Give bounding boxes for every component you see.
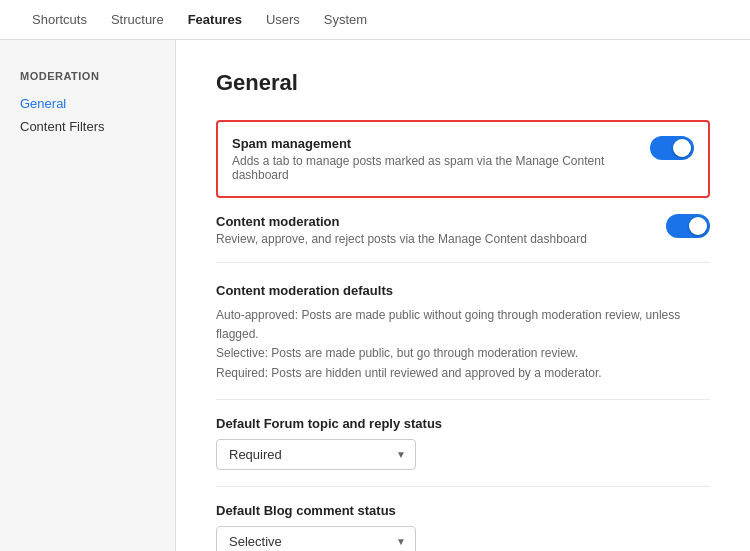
nav-item-system[interactable]: System — [312, 0, 379, 40]
select-wrapper-1: Auto-approvedSelectiveRequired▼ — [216, 526, 416, 551]
content-moderation-label: Content moderation — [216, 214, 646, 229]
defaults-section-title: Content moderation defaults — [216, 283, 710, 298]
spam-management-toggle-thumb — [673, 139, 691, 157]
spam-management-label: Spam management — [232, 136, 630, 151]
select-wrapper-0: Auto-approvedSelectiveRequired▼ — [216, 439, 416, 470]
content-moderation-toggle-track — [666, 214, 710, 238]
content-moderation-toggle-thumb — [689, 217, 707, 235]
form-field-1: Default Blog comment statusAuto-approved… — [216, 487, 710, 551]
content-moderation-toggle[interactable] — [666, 214, 710, 238]
nav-item-shortcuts[interactable]: Shortcuts — [20, 0, 99, 40]
feature-row-spam-management: Spam managementAdds a tab to manage post… — [216, 120, 710, 198]
sidebar-item-general[interactable]: General — [20, 92, 155, 115]
spam-management-toggle-track — [650, 136, 694, 160]
spam-management-toggle[interactable] — [650, 136, 694, 160]
top-navigation: ShortcutsStructureFeaturesUsersSystem — [0, 0, 750, 40]
defaults-section: Content moderation defaultsAuto-approved… — [216, 263, 710, 400]
form-field-label-1: Default Blog comment status — [216, 503, 710, 518]
feature-row-content-moderation: Content moderationReview, approve, and r… — [216, 198, 710, 263]
sidebar: MODERATION GeneralContent Filters — [0, 40, 175, 551]
main-content: General Spam managementAdds a tab to man… — [175, 40, 750, 551]
spam-management-desc: Adds a tab to manage posts marked as spa… — [232, 154, 630, 182]
select-1[interactable]: Auto-approvedSelectiveRequired — [216, 526, 416, 551]
nav-item-users[interactable]: Users — [254, 0, 312, 40]
nav-item-features[interactable]: Features — [176, 0, 254, 40]
content-moderation-desc: Review, approve, and reject posts via th… — [216, 232, 646, 246]
form-field-label-0: Default Forum topic and reply status — [216, 416, 710, 431]
nav-item-structure[interactable]: Structure — [99, 0, 176, 40]
select-0[interactable]: Auto-approvedSelectiveRequired — [216, 439, 416, 470]
sidebar-item-content-filters[interactable]: Content Filters — [20, 115, 155, 138]
sidebar-section-title: MODERATION — [20, 70, 155, 82]
page-title: General — [216, 70, 710, 96]
defaults-section-desc: Auto-approved: Posts are made public wit… — [216, 306, 710, 383]
form-field-0: Default Forum topic and reply statusAuto… — [216, 400, 710, 487]
